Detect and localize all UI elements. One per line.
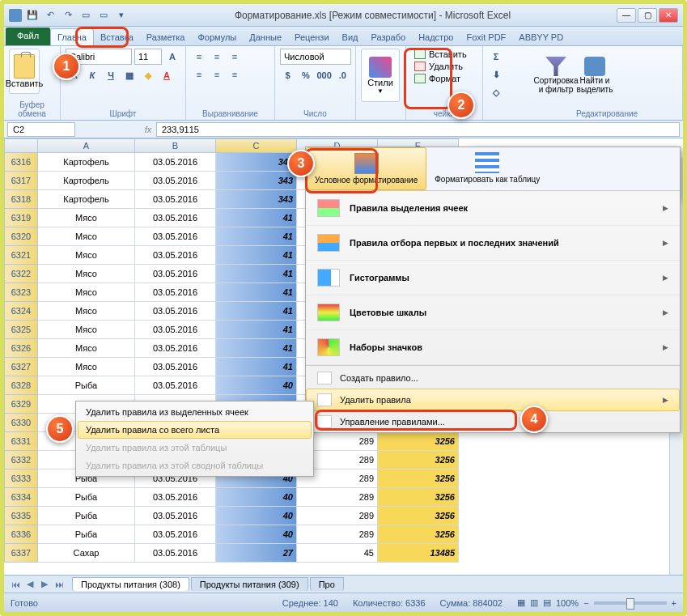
cell[interactable]: 41 (216, 302, 297, 321)
col-header-C[interactable]: C (216, 138, 297, 153)
table-row[interactable]: 6335 Рыба 03.05.2016 40 289 3256 (4, 507, 683, 525)
cf-highlight-rules[interactable]: Правила выделения ячеек▶ (306, 191, 680, 226)
col-header-B[interactable]: B (135, 138, 216, 153)
zoom-slider[interactable] (594, 601, 667, 605)
cell[interactable]: 03.05.2016 (135, 358, 216, 376)
align-left-icon[interactable]: ≡ (191, 66, 207, 83)
cell[interactable]: Мясо (38, 265, 135, 283)
tab-formulas[interactable]: Формулы (191, 29, 243, 45)
cell[interactable]: 343 (216, 153, 297, 172)
cell[interactable]: Картофель (38, 153, 135, 172)
table-row[interactable]: 6336 Рыба 03.05.2016 40 289 3256 (4, 525, 683, 544)
view-normal-icon[interactable]: ▦ (517, 597, 525, 608)
cf-manage-rules[interactable]: Управление правилами... (306, 411, 680, 432)
maximize-button[interactable]: ▢ (638, 8, 657, 23)
cf-icon-sets[interactable]: Наборы значков▶ (306, 330, 680, 365)
find-select-button[interactable]: Найти и выделить (575, 49, 614, 102)
cf-data-bars[interactable]: Гистограммы▶ (306, 261, 680, 295)
tab-view[interactable]: Вид (336, 29, 365, 45)
cell[interactable]: 343 (216, 172, 297, 190)
row-header[interactable]: 6319 (4, 209, 38, 227)
cell[interactable]: Мясо (38, 246, 135, 265)
row-header[interactable]: 6322 (4, 265, 38, 283)
cell[interactable]: 03.05.2016 (135, 525, 216, 544)
row-header[interactable]: 6334 (4, 488, 38, 507)
zoom-out-icon[interactable]: − (583, 598, 588, 608)
row-header[interactable]: 6325 (4, 321, 38, 339)
cell[interactable]: 3256 (378, 469, 459, 488)
cell[interactable]: Картофель (38, 172, 135, 190)
cell[interactable]: Мясо (38, 227, 135, 246)
row-header[interactable]: 6336 (4, 525, 38, 544)
clear-rules-sheet[interactable]: Удалить правила со всего листа (78, 421, 312, 439)
minimize-button[interactable]: — (617, 8, 636, 23)
autosum-icon[interactable]: Σ (488, 49, 504, 65)
qat-redo-icon[interactable]: ↷ (61, 8, 75, 23)
tab-developer[interactable]: Разрабо (364, 29, 412, 45)
row-header[interactable]: 6320 (4, 227, 38, 246)
row-header[interactable]: 6333 (4, 469, 38, 488)
cell[interactable]: 03.05.2016 (135, 283, 216, 302)
italic-button[interactable]: К (84, 67, 100, 83)
cell[interactable]: 41 (216, 227, 297, 246)
row-header[interactable]: 6331 (4, 432, 38, 451)
cell[interactable]: Мясо (38, 283, 135, 302)
qat-save-icon[interactable]: 💾 (25, 8, 40, 23)
cell[interactable]: 45 (297, 544, 378, 563)
cell[interactable]: Мясо (38, 358, 135, 376)
cell[interactable]: Картофель (38, 190, 135, 209)
font-size-select[interactable]: 11 (134, 49, 162, 65)
cell[interactable]: Рыба (38, 376, 135, 395)
cell[interactable]: 289 (297, 507, 378, 525)
cell[interactable]: 03.05.2016 (135, 376, 216, 395)
cell[interactable]: 03.05.2016 (135, 209, 216, 227)
select-all-corner[interactable] (4, 138, 38, 153)
format-as-table-button[interactable]: Форматировать как таблицу (426, 147, 548, 190)
row-header[interactable]: 6335 (4, 507, 38, 525)
cell[interactable]: 41 (216, 339, 297, 358)
cell[interactable]: 3256 (378, 432, 459, 451)
conditional-formatting-button[interactable]: Условное форматирование (306, 147, 426, 190)
sheet-tab-3[interactable]: Про (310, 577, 344, 591)
cell[interactable]: 40 (216, 507, 297, 525)
cell[interactable]: 3256 (378, 525, 459, 544)
cell[interactable]: 343 (216, 190, 297, 209)
cells-insert-button[interactable]: Вставить (411, 49, 477, 60)
paste-button[interactable]: Вставить (9, 49, 40, 94)
cell[interactable]: 41 (216, 358, 297, 376)
sheet-tab-active[interactable]: Продукты питания (308) (72, 577, 189, 591)
cell[interactable]: 41 (216, 209, 297, 227)
formula-input[interactable]: 233,9115 (156, 122, 680, 137)
cf-new-rule[interactable]: Создать правило... (306, 367, 680, 389)
cell[interactable]: Мясо (38, 209, 135, 227)
qat-print-icon[interactable]: ▾ (114, 8, 129, 23)
cells-format-button[interactable]: Формат (411, 73, 477, 84)
cell[interactable]: 03.05.2016 (135, 488, 216, 507)
cell[interactable]: 27 (216, 544, 297, 563)
cell[interactable]: 03.05.2016 (135, 172, 216, 190)
qat-new-icon[interactable]: ▭ (78, 8, 93, 23)
clear-rules-selection[interactable]: Удалить правила из выделенных ячеек (78, 403, 312, 421)
cell[interactable]: 03.05.2016 (135, 246, 216, 265)
row-header[interactable]: 6329 (4, 395, 38, 414)
underline-button[interactable]: Ч (103, 67, 119, 83)
cell[interactable]: Мясо (38, 339, 135, 358)
cell[interactable]: 289 (297, 488, 378, 507)
clear-icon[interactable]: ◇ (488, 84, 504, 100)
next-sheet-icon[interactable]: ▶ (38, 578, 51, 591)
cf-color-scales[interactable]: Цветовые шкалы▶ (306, 295, 680, 330)
sort-filter-button[interactable]: Сортировка и фильтр (536, 49, 575, 102)
align-center-icon[interactable]: ≡ (209, 66, 225, 83)
number-format-select[interactable]: Числовой (280, 49, 351, 65)
row-header[interactable]: 6330 (4, 414, 38, 432)
styles-button[interactable]: Стили▼ (361, 49, 400, 102)
table-row[interactable]: 6334 Рыба 03.05.2016 40 289 3256 (4, 488, 683, 507)
zoom-level[interactable]: 100% (556, 598, 579, 608)
first-sheet-icon[interactable]: ⏮ (9, 578, 22, 591)
align-right-icon[interactable]: ≡ (227, 66, 243, 83)
cell[interactable]: 03.05.2016 (135, 153, 216, 172)
align-mid-icon[interactable]: ≡ (209, 49, 225, 65)
prev-sheet-icon[interactable]: ◀ (23, 578, 36, 591)
cell[interactable]: 03.05.2016 (135, 302, 216, 321)
tab-addins[interactable]: Надстро (412, 29, 460, 45)
